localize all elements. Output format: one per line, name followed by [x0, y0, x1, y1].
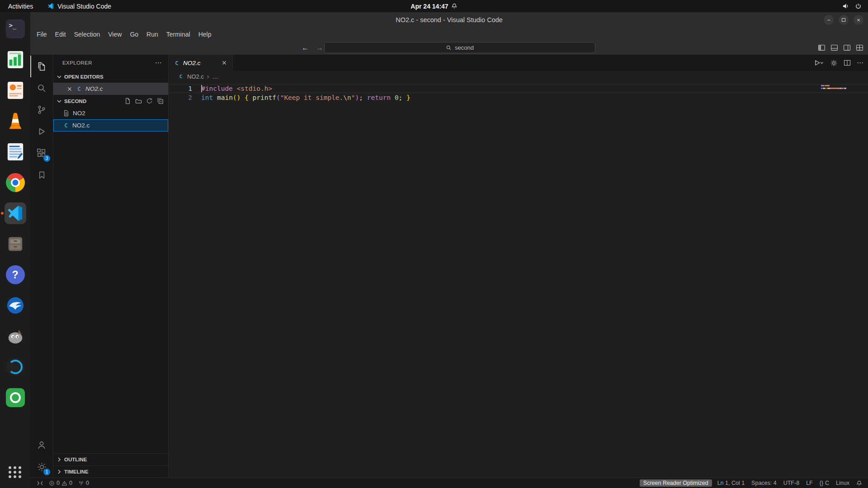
minimize-button[interactable]: − [824, 15, 834, 25]
breadcrumb-file[interactable]: NO2.c [187, 73, 204, 80]
maximize-button[interactable] [839, 15, 849, 25]
dock-item-terminal[interactable]: >_ [5, 18, 26, 40]
search-icon [446, 45, 452, 51]
eol-indicator[interactable]: LF [805, 480, 814, 486]
activity-explorer[interactable] [30, 56, 53, 77]
collapse-all-icon[interactable] [157, 98, 164, 104]
activity-bar: 3 1 [30, 55, 53, 478]
dock-item-vlc[interactable] [5, 110, 26, 132]
menu-item-run[interactable]: Run [142, 29, 162, 39]
menu-item-go[interactable]: Go [126, 29, 142, 39]
menu-item-help[interactable]: Help [194, 29, 216, 39]
refresh-icon[interactable] [146, 98, 153, 104]
clock-menu[interactable]: Apr 24 14:47 [410, 3, 457, 10]
customize-layout-icon[interactable] [856, 44, 863, 52]
minimap[interactable] [821, 85, 862, 90]
chevron-right-icon [56, 456, 63, 463]
activity-extensions[interactable]: 3 [30, 142, 53, 164]
token [233, 85, 237, 92]
cpp-configuration[interactable]: Linux [835, 480, 851, 486]
breadcrumb-symbol[interactable]: … [212, 73, 218, 80]
token: () [233, 94, 241, 101]
toggle-secondary-sidebar-icon[interactable] [843, 44, 851, 52]
folder-header[interactable]: SECOND [53, 95, 168, 107]
file-name: NO2.c [72, 122, 90, 129]
menu-item-selection[interactable]: Selection [70, 29, 104, 39]
file-item-no2[interactable]: NO2 [53, 107, 168, 119]
open-editor-item[interactable]: C NO2.c [53, 83, 168, 95]
dock-item-thunderbird[interactable] [5, 295, 26, 316]
code-editor[interactable]: 1#include <stdio.h>2int main() { printf(… [169, 82, 868, 478]
code-line-2[interactable]: 2int main() { printf("Keep it simple.\n"… [169, 93, 868, 102]
close-icon[interactable] [66, 86, 73, 92]
run-debug-icon [36, 126, 47, 137]
notifications-button[interactable] [855, 480, 863, 486]
open-editors-header[interactable]: OPEN EDITORS [53, 70, 168, 83]
dock-item-chrome[interactable] [5, 172, 26, 193]
problems-indicator[interactable]: 0 0 [47, 480, 74, 486]
toggle-primary-sidebar-icon[interactable] [818, 44, 826, 52]
language-mode[interactable]: {} C [818, 480, 830, 486]
focused-app-indicator[interactable]: Visual Studio Code [41, 3, 118, 10]
token: ; [399, 94, 406, 101]
show-applications-button[interactable] [9, 466, 22, 478]
back-arrow[interactable]: ← [302, 44, 309, 52]
dock-item-gimp[interactable] [5, 325, 26, 347]
titlebar[interactable]: NO2.c - second - Visual Studio Code − × [30, 12, 868, 28]
ports-indicator[interactable]: 0 [77, 480, 90, 486]
code-line-1[interactable]: 1#include <stdio.h> [169, 84, 868, 93]
cursor-position[interactable]: Ln 1, Col 1 [716, 480, 746, 486]
screen-reader-indicator[interactable]: Screen Reader Optimized [640, 479, 712, 487]
outline-header[interactable]: OUTLINE [53, 453, 168, 465]
files-icon [6, 235, 25, 253]
token: ) [355, 94, 359, 101]
new-folder-icon[interactable] [135, 98, 142, 104]
c-file-icon: C [178, 74, 184, 80]
menu-item-terminal[interactable]: Terminal [162, 29, 194, 39]
indentation[interactable]: Spaces: 4 [750, 480, 778, 486]
timeline-header[interactable]: TIMELINE [53, 465, 168, 478]
encoding[interactable]: UTF-8 [782, 480, 801, 486]
more-actions-icon[interactable]: ⋯ [857, 59, 863, 67]
dock-item-app-center[interactable] [5, 387, 26, 408]
window-title: NO2.c - second - Visual Studio Code [396, 16, 503, 23]
menu-item-file[interactable]: File [33, 29, 51, 39]
c-file-icon: C [76, 85, 82, 92]
menu-item-view[interactable]: View [104, 29, 126, 39]
explorer-more-actions[interactable]: ⋯ [155, 59, 162, 67]
file-item-no2c[interactable]: C NO2.c [53, 119, 168, 131]
system-status-area[interactable] [842, 3, 868, 9]
activity-search[interactable] [30, 77, 53, 99]
activity-bookmarks[interactable] [30, 164, 53, 186]
remote-indicator[interactable] [36, 480, 44, 486]
command-center[interactable]: second [324, 42, 595, 53]
dock-item-libreoffice-impress[interactable] [5, 80, 26, 101]
split-editor-icon[interactable] [844, 59, 851, 66]
close-button[interactable]: × [854, 15, 863, 25]
line-number: 2 [169, 93, 192, 102]
activity-source-control[interactable] [30, 99, 53, 121]
token: } [406, 94, 410, 101]
dock-item-help[interactable]: ? [5, 264, 26, 286]
focused-app-name: Visual Studio Code [57, 3, 111, 10]
dock-item-libreoffice-writer[interactable] [5, 141, 26, 163]
tab-close-icon[interactable] [221, 60, 227, 66]
run-settings-gear-icon[interactable] [830, 59, 838, 67]
accounts-button[interactable] [30, 434, 53, 456]
code-lines: 1#include <stdio.h>2int main() { printf(… [169, 84, 868, 102]
dock-item-files[interactable] [5, 233, 26, 255]
folder-label: SECOND [64, 99, 86, 104]
new-file-icon[interactable] [124, 98, 131, 104]
tab-no2c[interactable]: C NO2.c [169, 55, 233, 71]
toggle-panel-icon[interactable] [830, 44, 838, 52]
forward-arrow[interactable]: → [316, 44, 323, 52]
manage-button[interactable]: 1 [30, 456, 53, 478]
activities-button[interactable]: Activities [0, 0, 41, 12]
dock-item-vscode[interactable] [5, 202, 26, 224]
dock-item-libreoffice-calc[interactable] [5, 49, 26, 70]
dock-item-software-updater[interactable] [5, 356, 26, 378]
activity-run-debug[interactable] [30, 121, 53, 142]
menu-item-edit[interactable]: Edit [51, 29, 70, 39]
run-code-icon[interactable] [813, 59, 824, 67]
error-icon [49, 480, 55, 486]
